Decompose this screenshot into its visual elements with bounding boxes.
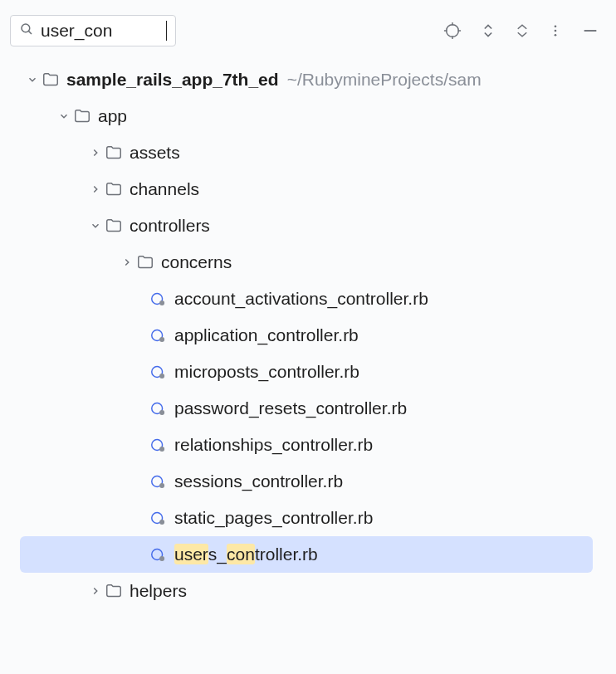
svg-point-26 [160,557,164,561]
chevron-right-icon[interactable] [86,147,105,159]
project-name: sample_rails_app_7th_ed [66,70,279,90]
folder-controllers[interactable]: controllers [0,208,613,244]
chevron-down-icon[interactable] [23,74,42,85]
close-icon[interactable] [515,23,530,38]
expand-collapse-icon[interactable] [480,22,496,39]
toolbar: user_con [0,0,616,55]
more-icon[interactable] [548,23,563,38]
file-label: users_controller.rb [174,545,318,564]
svg-point-18 [160,411,164,415]
project-path: ~/RubymineProjects/sam [287,70,482,90]
ruby-file-icon [149,326,168,344]
svg-point-16 [160,374,164,379]
svg-line-1 [28,31,32,34]
folder-icon [136,253,154,271]
file-label: sessions_controller.rb [174,471,343,491]
folder-channels[interactable]: channels [0,171,613,208]
ruby-file-icon [149,509,168,527]
toolbar-actions [443,22,606,40]
folder-assets[interactable]: assets [0,134,613,171]
file-microposts[interactable]: microposts_controller.rb [0,354,613,390]
folder-label: helpers [130,581,187,601]
file-password-resets[interactable]: password_resets_controller.rb [0,390,613,427]
file-users[interactable]: users_controller.rb [20,536,593,573]
folder-icon [42,71,60,89]
file-label: relationships_controller.rb [174,435,373,455]
search-box[interactable]: user_con [10,15,176,46]
folder-icon [105,217,123,235]
ruby-file-icon [149,363,168,381]
ruby-file-icon [149,290,168,308]
svg-point-20 [160,447,164,452]
file-label: application_controller.rb [174,325,359,345]
target-icon[interactable] [443,22,462,40]
file-sessions[interactable]: sessions_controller.rb [0,463,613,500]
svg-point-8 [555,30,557,32]
file-label: password_resets_controller.rb [174,398,407,418]
search-match: user [174,544,208,564]
chevron-down-icon[interactable] [55,110,73,122]
chevron-right-icon[interactable] [86,183,105,195]
file-label: static_pages_controller.rb [174,508,373,528]
folder-concerns[interactable]: concerns [0,244,613,281]
folder-icon [105,582,123,600]
svg-point-7 [555,25,557,27]
folder-icon [105,180,123,198]
folder-app[interactable]: app [0,98,613,134]
file-label: account_activations_controller.rb [174,289,428,309]
file-application[interactable]: application_controller.rb [0,317,613,354]
ruby-file-icon [149,399,168,418]
project-tree: sample_rails_app_7th_ed ~/RubymineProjec… [0,55,616,616]
file-account-activations[interactable]: account_activations_controller.rb [0,281,613,317]
svg-point-24 [160,520,164,525]
chevron-right-icon[interactable] [118,256,136,268]
svg-point-22 [160,484,164,488]
folder-label: channels [130,179,199,199]
minimize-icon[interactable] [581,22,599,40]
folder-label: concerns [161,252,232,272]
folder-helpers[interactable]: helpers [0,573,613,609]
folder-label: app [98,106,127,126]
folder-label: controllers [130,216,210,236]
svg-point-9 [555,34,557,37]
ruby-file-icon [149,472,168,491]
chevron-right-icon[interactable] [86,585,105,597]
svg-point-12 [160,301,164,305]
ruby-file-icon [149,545,168,564]
file-relationships[interactable]: relationships_controller.rb [0,427,613,463]
svg-point-14 [160,338,164,342]
svg-point-2 [447,25,459,37]
folder-icon [105,144,123,162]
search-input[interactable]: user_con [41,21,166,41]
svg-point-0 [22,24,30,32]
file-label: microposts_controller.rb [174,362,359,382]
search-icon [19,21,34,41]
folder-label: assets [130,143,180,163]
search-match: con [227,544,255,564]
chevron-down-icon[interactable] [86,220,105,232]
text-cursor [166,21,167,41]
ruby-file-icon [149,436,168,454]
folder-icon [73,107,91,125]
file-static-pages[interactable]: static_pages_controller.rb [0,500,613,536]
project-root[interactable]: sample_rails_app_7th_ed ~/RubymineProjec… [0,61,613,98]
